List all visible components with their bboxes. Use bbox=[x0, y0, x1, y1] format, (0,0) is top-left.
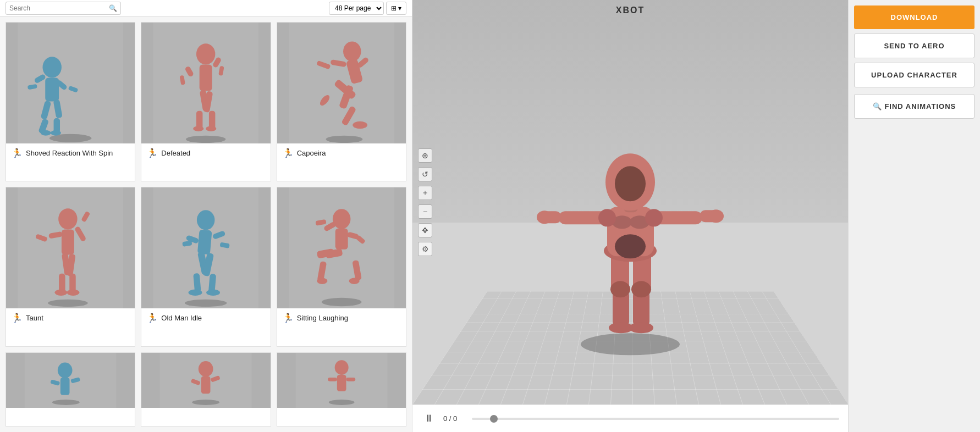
run-icon: 🏃 bbox=[147, 148, 158, 158]
list-item[interactable]: 🏃 Capoeira bbox=[277, 22, 406, 181]
settings-button[interactable]: ⚙ bbox=[418, 242, 432, 256]
svg-point-90 bbox=[199, 361, 213, 376]
card-label: Sitting Laughing bbox=[297, 314, 348, 322]
list-item[interactable]: 🏃 Old Man Idle bbox=[141, 187, 271, 346]
svg-point-69 bbox=[321, 298, 361, 306]
rotate-button[interactable]: ↺ bbox=[418, 167, 432, 181]
per-page-select[interactable]: 12 Per page 24 Per page 48 Per page 96 P… bbox=[329, 2, 406, 15]
svg-point-38 bbox=[353, 121, 367, 129]
svg-point-26 bbox=[194, 126, 204, 131]
search-icon: 🔍 bbox=[109, 4, 117, 12]
animation-thumbnail-7 bbox=[6, 353, 135, 408]
card-footer-2: 🏃 Defeated bbox=[141, 143, 270, 163]
list-item[interactable]: 🏃 Taunt bbox=[5, 187, 135, 346]
animation-thumbnail-6 bbox=[277, 187, 406, 308]
svg-point-100 bbox=[581, 333, 680, 355]
current-time: 0 / 0 bbox=[443, 414, 465, 423]
svg-point-12 bbox=[41, 130, 51, 136]
zoom-in-button[interactable]: ＋ bbox=[418, 186, 432, 200]
send-to-aero-button[interactable]: SEND TO AERO bbox=[854, 34, 975, 58]
svg-point-27 bbox=[206, 126, 216, 131]
animation-thumbnail-8 bbox=[141, 353, 270, 408]
svg-point-95 bbox=[328, 400, 354, 405]
svg-point-80 bbox=[317, 278, 327, 284]
svg-point-66 bbox=[189, 290, 202, 296]
list-item[interactable]: 🏃 Sitting Laughing bbox=[277, 187, 406, 346]
svg-point-124 bbox=[631, 281, 651, 297]
svg-point-52 bbox=[54, 290, 67, 296]
svg-point-84 bbox=[58, 362, 73, 378]
svg-point-2 bbox=[42, 57, 61, 77]
card-label: Shoved Reaction With Spin bbox=[26, 149, 113, 157]
card-label: Capoeira bbox=[297, 149, 326, 157]
run-icon: 🏃 bbox=[283, 313, 294, 323]
right-panel: XBOT bbox=[412, 0, 848, 432]
svg-point-122 bbox=[645, 209, 663, 226]
card-footer-3: 🏃 Capoeira bbox=[277, 143, 406, 163]
animation-thumbnail-4 bbox=[6, 187, 135, 308]
list-item[interactable]: 🏃 Defeated bbox=[141, 22, 271, 181]
svg-rect-3 bbox=[45, 77, 59, 101]
animation-grid: 🏃 Shoved Reaction With Spin bbox=[0, 16, 412, 432]
svg-rect-82 bbox=[25, 353, 117, 408]
svg-point-67 bbox=[206, 290, 220, 296]
svg-point-41 bbox=[48, 300, 88, 307]
svg-point-123 bbox=[610, 281, 630, 297]
per-page-dropdown[interactable]: 12 Per page 24 Per page 48 Per page 96 P… bbox=[329, 2, 384, 15]
svg-point-114 bbox=[537, 211, 552, 224]
card-label: Defeated bbox=[161, 149, 190, 157]
pan-button[interactable]: ✥ bbox=[418, 223, 432, 237]
grid-toggle-button[interactable]: ⊞ ▾ bbox=[386, 2, 406, 15]
top-bar: 🔍 12 Per page 24 Per page 48 Per page 96… bbox=[0, 0, 412, 16]
chevron-down-icon: ▾ bbox=[398, 4, 401, 12]
animation-thumbnail-2 bbox=[141, 23, 270, 143]
svg-point-83 bbox=[52, 400, 80, 405]
svg-rect-91 bbox=[201, 376, 211, 394]
svg-point-89 bbox=[192, 400, 219, 405]
viewer-title: XBOT bbox=[616, 5, 645, 15]
svg-rect-85 bbox=[60, 378, 70, 395]
svg-point-104 bbox=[629, 322, 653, 333]
card-label: Old Man Idle bbox=[161, 314, 202, 322]
viewer-area: XBOT bbox=[412, 0, 848, 405]
camera-reset-button[interactable]: ⊕ bbox=[418, 148, 432, 163]
list-item[interactable] bbox=[5, 352, 135, 427]
download-button[interactable]: DOWNLOAD bbox=[854, 5, 975, 29]
run-icon: 🏃 bbox=[12, 148, 23, 158]
run-icon: 🏃 bbox=[147, 313, 158, 323]
upload-character-button[interactable]: UPLOAD CHARACTER bbox=[854, 63, 975, 87]
card-footer-5: 🏃 Old Man Idle bbox=[141, 308, 270, 328]
run-icon: 🏃 bbox=[12, 313, 23, 323]
svg-rect-99 bbox=[346, 378, 355, 381]
card-label: Taunt bbox=[26, 314, 43, 322]
pause-button[interactable]: ⏸ bbox=[421, 411, 437, 427]
progress-thumb[interactable] bbox=[490, 415, 498, 423]
search-box[interactable]: 🔍 bbox=[5, 2, 121, 15]
svg-point-15 bbox=[186, 136, 226, 143]
svg-point-42 bbox=[58, 209, 77, 230]
character-3d bbox=[537, 86, 724, 363]
svg-rect-57 bbox=[197, 230, 212, 255]
list-item[interactable] bbox=[277, 352, 406, 427]
svg-point-16 bbox=[196, 43, 215, 64]
find-animations-button[interactable]: 🔍 FIND ANIMATIONS bbox=[854, 94, 975, 119]
svg-point-29 bbox=[326, 136, 362, 143]
svg-point-81 bbox=[349, 278, 359, 284]
animation-thumbnail-5 bbox=[141, 187, 270, 308]
search-input[interactable] bbox=[9, 4, 109, 12]
animation-thumbnail-3 bbox=[277, 23, 406, 143]
svg-point-111 bbox=[615, 234, 646, 258]
grid-icon: ⊞ bbox=[391, 4, 397, 12]
animation-thumbnail-1 bbox=[6, 23, 135, 143]
svg-rect-71 bbox=[335, 229, 348, 250]
card-footer-6: 🏃 Sitting Laughing bbox=[277, 308, 406, 328]
svg-point-96 bbox=[334, 360, 348, 375]
svg-rect-43 bbox=[62, 230, 74, 255]
zoom-out-button[interactable]: − bbox=[418, 204, 432, 219]
progress-track[interactable] bbox=[472, 418, 839, 420]
list-item[interactable]: 🏃 Shoved Reaction With Spin bbox=[5, 22, 135, 181]
svg-point-117 bbox=[708, 209, 724, 223]
list-item[interactable] bbox=[141, 352, 271, 427]
svg-point-120 bbox=[615, 166, 646, 201]
svg-rect-17 bbox=[200, 65, 212, 91]
